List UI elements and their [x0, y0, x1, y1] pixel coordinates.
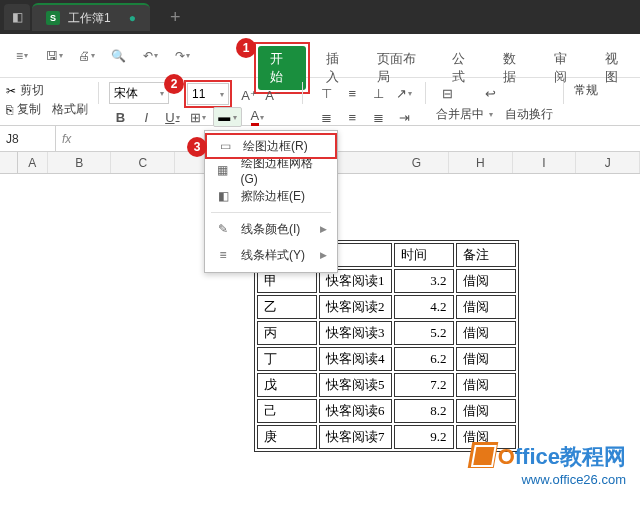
- wrap-button[interactable]: 自动换行: [505, 106, 553, 123]
- add-tab-button[interactable]: +: [170, 7, 181, 28]
- format-painter-button[interactable]: 格式刷: [52, 101, 88, 118]
- spreadsheet-icon: S: [46, 11, 60, 25]
- eraser-icon: ◧: [215, 188, 231, 204]
- decrease-font-button[interactable]: A⁻: [262, 84, 284, 106]
- col-header[interactable]: H: [449, 152, 513, 173]
- align-left-button[interactable]: ≣: [315, 106, 337, 128]
- watermark: Office教程网 www.office26.com: [470, 442, 626, 487]
- font-select[interactable]: 宋体▾: [109, 82, 169, 104]
- save-button[interactable]: 🖫▾: [40, 42, 68, 70]
- align-bottom-button[interactable]: ⊥: [367, 82, 389, 104]
- menu-line-style[interactable]: ≡ 线条样式(Y) ▶: [205, 242, 337, 268]
- col-header[interactable]: G: [385, 152, 449, 173]
- table-row: 乙快客阅读24.2借阅: [257, 295, 516, 319]
- table-row: 丙快客阅读35.2借阅: [257, 321, 516, 345]
- table-row: 丁快客阅读46.2借阅: [257, 347, 516, 371]
- lines-icon: ≡: [215, 247, 231, 263]
- workbook-tab[interactable]: S 工作簿1 ●: [32, 3, 150, 31]
- left-collapsed-tab[interactable]: ◧: [4, 4, 30, 30]
- merge-button[interactable]: 合并居中: [436, 106, 484, 123]
- divider: [563, 82, 564, 104]
- callout-2: 2: [164, 74, 184, 94]
- cut-button[interactable]: 剪切: [20, 82, 44, 99]
- col-header[interactable]: A: [18, 152, 48, 173]
- bucket-icon: ▬: [218, 110, 230, 124]
- border-dropdown-menu: 3 ▭ 绘图边框(R) ▦ 绘图边框网格(G) ◧ 擦除边框(E) ✎ 线条颜色…: [204, 130, 338, 273]
- menu-draw-grid[interactable]: ▦ 绘图边框网格(G): [205, 157, 337, 183]
- print-button[interactable]: 🖨▾: [72, 42, 100, 70]
- divider: [302, 82, 303, 104]
- formatting-toolbar: ✂剪切 ⎘复制 格式刷 宋体▾ 2 11▾ A⁺ A⁻ B I U▾ ⊞▾ ▬▾…: [0, 78, 640, 126]
- orientation-button[interactable]: ↗▾: [393, 82, 415, 104]
- col-header[interactable]: C: [111, 152, 175, 173]
- underline-button[interactable]: U▾: [161, 106, 183, 128]
- titlebar: ◧ S 工作簿1 ● +: [0, 0, 640, 34]
- undo-button[interactable]: ↶▾: [136, 42, 164, 70]
- bold-button[interactable]: B: [109, 106, 131, 128]
- menu-draw-border[interactable]: 3 ▭ 绘图边框(R): [205, 133, 337, 159]
- table-row: 己快客阅读68.2借阅: [257, 399, 516, 423]
- watermark-url: www.office26.com: [470, 472, 626, 487]
- col-header[interactable]: I: [513, 152, 577, 173]
- menu-separator: [211, 212, 331, 213]
- chevron-right-icon: ▶: [320, 224, 327, 234]
- menu-erase-border[interactable]: ◧ 擦除边框(E): [205, 183, 337, 209]
- watermark-logo-icon: [467, 442, 498, 468]
- align-top-button[interactable]: ⊤: [315, 82, 337, 104]
- menu-line-color[interactable]: ✎ 线条颜色(I) ▶: [205, 216, 337, 242]
- fill-color-button[interactable]: ▬▾: [213, 107, 242, 127]
- chevron-right-icon: ▶: [320, 250, 327, 260]
- align-right-button[interactable]: ≣: [367, 106, 389, 128]
- fx-icon[interactable]: fx: [62, 132, 71, 146]
- callout-3: 3: [187, 137, 207, 157]
- merge-icon: ⊟: [436, 82, 458, 104]
- italic-button[interactable]: I: [135, 106, 157, 128]
- col-header[interactable]: J: [576, 152, 640, 173]
- redo-button[interactable]: ↷▾: [168, 42, 196, 70]
- wrap-icon: ↩: [480, 82, 502, 104]
- border-button[interactable]: ⊞▾: [187, 106, 209, 128]
- increase-font-button[interactable]: A⁺: [238, 84, 260, 106]
- font-size-select[interactable]: 11▾: [187, 83, 229, 105]
- annotation-highlight-2: 11▾: [184, 80, 232, 108]
- callout-1: 1: [236, 38, 256, 58]
- tab-status-dot: ●: [129, 11, 136, 25]
- copy-button[interactable]: 复制: [17, 101, 41, 118]
- scissors-icon: ✂: [6, 84, 16, 98]
- table-row: 戊快客阅读57.2借阅: [257, 373, 516, 397]
- grid-icon: ▦: [215, 162, 231, 178]
- workbook-title: 工作簿1: [68, 10, 111, 27]
- menu-button[interactable]: ≡▾: [8, 42, 36, 70]
- align-middle-button[interactable]: ≡: [341, 82, 363, 104]
- name-box[interactable]: J8: [0, 126, 56, 151]
- draw-border-icon: ▭: [217, 138, 233, 154]
- number-format-select[interactable]: 常规: [574, 82, 598, 99]
- font-color-button[interactable]: A▾: [246, 106, 268, 128]
- align-center-button[interactable]: ≡: [341, 106, 363, 128]
- select-all-corner[interactable]: [0, 152, 18, 173]
- col-header[interactable]: B: [48, 152, 112, 173]
- divider: [425, 82, 426, 104]
- copy-icon: ⎘: [6, 103, 13, 117]
- pencil-icon: ✎: [215, 221, 231, 237]
- preview-button[interactable]: 🔍: [104, 42, 132, 70]
- divider: [98, 82, 99, 104]
- indent-button[interactable]: ⇥: [393, 106, 415, 128]
- quick-access-row: ≡▾ 🖫▾ 🖨▾ 🔍 ↶▾ ↷▾ 1 开始 插入 页面布局 公式 数据 审阅 视…: [0, 34, 640, 78]
